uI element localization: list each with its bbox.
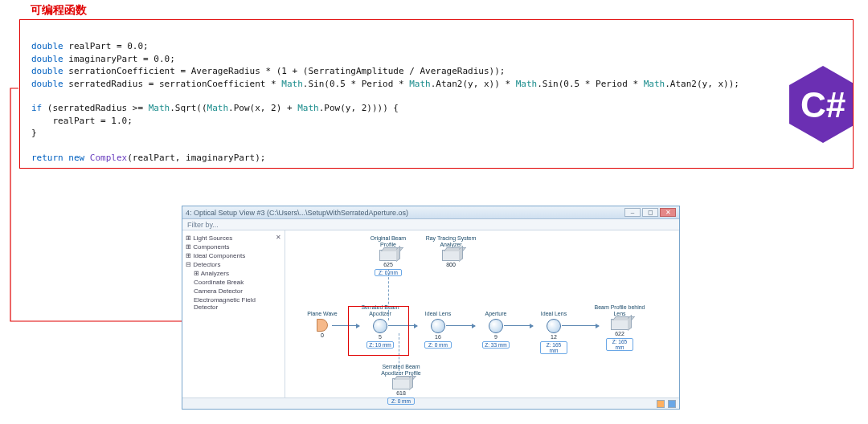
node-label: Serrated Beam Apodizer Profile xyxy=(375,364,427,377)
window-minimize-button[interactable]: – xyxy=(624,208,641,217)
node-index: 800 xyxy=(425,262,477,267)
window-titlebar[interactable]: 4: Optical Setup View #3 (C:\Users\...\S… xyxy=(182,206,679,219)
annotation-highlight-box xyxy=(348,306,409,356)
class-math: Math xyxy=(516,79,538,89)
node-label: Ray Tracing System Analyzer xyxy=(425,235,477,248)
class-math: Math xyxy=(297,103,319,113)
code-text: realPart = 0.0; xyxy=(63,41,149,51)
code-snippet-frame: double realPart = 0.0; double imaginaryP… xyxy=(19,19,854,169)
type-complex: Complex xyxy=(90,153,127,163)
node-distance: Z: 0 mm xyxy=(424,341,452,349)
node-label: Beam Profile behind Lens xyxy=(594,304,645,317)
window-statusbar xyxy=(182,398,679,409)
tree-item-camera-detector[interactable]: Camera Detector xyxy=(186,287,281,296)
connector-line xyxy=(504,325,533,326)
class-math: Math xyxy=(149,103,170,113)
node-plane-wave[interactable]: Plane Wave 0 xyxy=(297,304,348,338)
node-index: 0 xyxy=(297,332,348,338)
code-text: .Pow(x, 2) + xyxy=(228,103,297,113)
sidebar-tree[interactable]: ✕ ⊞ Light Sources ⊞ Components ⊞ Ideal C… xyxy=(182,230,285,398)
node-index: 622 xyxy=(594,331,645,336)
node-label: Ideal Lens xyxy=(412,304,464,317)
window-maximize-button[interactable]: ◻ xyxy=(642,208,658,217)
class-math: Math xyxy=(207,103,229,113)
node-index: 12 xyxy=(528,334,579,340)
csharp-logo-icon: C# xyxy=(761,52,841,132)
window-close-button[interactable]: ✕ xyxy=(660,208,676,217)
component-icon xyxy=(431,319,445,333)
window-title: 4: Optical Setup View #3 (C:\Users\...\S… xyxy=(186,209,408,217)
node-ray-analyzer[interactable]: Ray Tracing System Analyzer 800 xyxy=(425,235,477,267)
code-text: .Atan2(y, x)) * xyxy=(431,79,516,89)
detector-icon xyxy=(379,250,397,261)
code-text: .Sin(0.5 * Period * xyxy=(537,79,643,89)
detector-icon xyxy=(392,378,410,389)
optics-setup-window: 4: Optical Setup View #3 (C:\Users\...\S… xyxy=(182,206,680,410)
tree-item-light-sources[interactable]: ⊞ Light Sources xyxy=(186,234,281,243)
detector-icon xyxy=(611,319,628,330)
code-text: .Sqrt(( xyxy=(170,103,207,113)
node-index: 16 xyxy=(412,334,464,340)
connector-line xyxy=(446,325,475,326)
code-text: realPart = 1.0; xyxy=(31,116,133,126)
node-distance: Z: 165 mm xyxy=(606,338,633,351)
node-index: 625 xyxy=(362,262,414,267)
detector-icon xyxy=(442,250,460,261)
kw-double: double xyxy=(31,79,63,89)
component-icon xyxy=(547,319,561,333)
node-label: Ideal Lens xyxy=(528,304,579,317)
kw-double: double xyxy=(31,66,63,76)
kw-double: double xyxy=(31,41,63,51)
annotation-title: 可编程函数 xyxy=(31,3,87,18)
code-text: .Sin(0.5 * Period * xyxy=(303,79,409,89)
node-index: 618 xyxy=(375,390,427,396)
source-icon xyxy=(317,319,328,332)
component-icon xyxy=(489,319,503,333)
node-label: Plane Wave xyxy=(297,304,348,317)
tree-item-em-field-detector[interactable]: Electromagnetic Field Detector xyxy=(186,296,281,312)
sidebar-close-icon[interactable]: ✕ xyxy=(276,234,281,241)
tree-item-analyzers[interactable]: ⊞ Analyzers xyxy=(186,269,281,278)
code-text: serratedRadius = serrationCoefficient * xyxy=(63,79,282,89)
kw-return-new: return new xyxy=(31,153,90,163)
code-text: } xyxy=(31,128,37,138)
tree-item-coordinate-break[interactable]: Coordinate Break xyxy=(186,278,281,287)
node-label: Aperture xyxy=(470,304,522,317)
optical-canvas[interactable]: Original Beam Profile 625 Z: 0 mm Ray Tr… xyxy=(285,230,679,398)
connector-line xyxy=(562,325,599,326)
tree-item-components[interactable]: ⊞ Components xyxy=(186,243,281,251)
window-toolbar: Filter by... xyxy=(182,219,679,230)
node-distance: Z: 165 mm xyxy=(540,341,567,354)
code-text: .Pow(y, 2)))) { xyxy=(319,103,399,113)
code-text: imaginaryPart = 0.0; xyxy=(63,54,175,64)
toolbar-filter-label: Filter by... xyxy=(187,221,219,229)
kw-double: double xyxy=(31,54,63,64)
class-math: Math xyxy=(644,79,665,89)
class-math: Math xyxy=(409,79,431,89)
status-light-orange xyxy=(657,400,665,408)
svg-text:C#: C# xyxy=(800,85,845,124)
tree-item-ideal-components[interactable]: ⊞ Ideal Components xyxy=(186,251,281,260)
node-distance: Z: 0 mm xyxy=(387,398,415,405)
code-text: (serratedRadius >= xyxy=(42,103,148,113)
node-index: 9 xyxy=(470,334,522,340)
code-text: .Atan2(y, x)); xyxy=(665,79,739,89)
class-math: Math xyxy=(281,79,303,89)
node-distance: Z: 33 mm xyxy=(482,341,510,349)
code-text: (realPart, imaginaryPart); xyxy=(127,153,265,163)
tree-item-detectors[interactable]: ⊟ Detectors xyxy=(186,260,281,269)
kw-if: if xyxy=(31,103,42,113)
code-text: serrationCoefficient = AverageRadius * (… xyxy=(63,66,506,76)
status-light-blue xyxy=(668,400,676,408)
node-label: Original Beam Profile xyxy=(362,235,414,248)
node-serrated-profile[interactable]: Serrated Beam Apodizer Profile 618 Z: 0 … xyxy=(375,364,427,405)
node-ideal-lens-2[interactable]: Ideal Lens 12 Z: 165 mm xyxy=(528,304,579,354)
